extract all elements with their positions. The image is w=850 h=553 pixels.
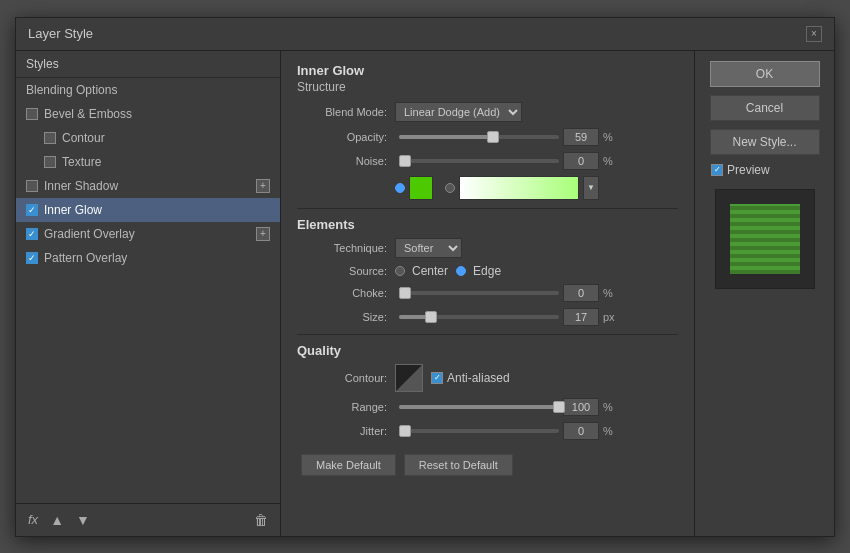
jitter-input[interactable] [563,422,599,440]
opacity-slider-track[interactable] [399,135,559,139]
anti-aliased-checkbox[interactable]: ✓ [431,372,443,384]
choke-unit: % [603,287,613,299]
opacity-input[interactable] [563,128,599,146]
gradient-radio[interactable] [445,183,455,193]
gradient-bar[interactable] [459,176,579,200]
new-style-button[interactable]: New Style... [710,129,820,155]
noise-slider-thumb[interactable] [399,155,411,167]
range-slider-thumb[interactable] [553,401,565,413]
choke-slider-track[interactable] [399,291,559,295]
sidebar-item-inner-shadow[interactable]: Inner Shadow + [16,174,280,198]
color-radio[interactable] [395,183,405,193]
sidebar-item-bevel-emboss[interactable]: Bevel & Emboss [16,102,280,126]
range-unit: % [603,401,613,413]
color-row: ▼ [297,176,678,200]
choke-slider-thumb[interactable] [399,287,411,299]
jitter-slider-thumb[interactable] [399,425,411,437]
texture-label: Texture [62,155,101,169]
noise-unit: % [603,155,613,167]
contour-checkbox[interactable] [44,132,56,144]
technique-label: Technique: [297,242,387,254]
size-label: Size: [297,311,387,323]
sidebar-item-pattern-overlay[interactable]: ✓ Pattern Overlay [16,246,280,270]
blend-mode-select[interactable]: Linear Dodge (Add) Normal Multiply Scree… [395,102,522,122]
delete-button[interactable]: 🗑 [252,510,270,530]
size-slider-track[interactable] [399,315,559,319]
inner-shadow-add-btn[interactable]: + [256,179,270,193]
make-default-button[interactable]: Make Default [301,454,396,476]
opacity-slider-fill [399,135,493,139]
texture-checkbox[interactable] [44,156,56,168]
footer-buttons: Make Default Reset to Default [297,454,678,476]
sidebar-item-contour[interactable]: Contour [16,126,280,150]
quality-title: Quality [297,343,678,358]
choke-label: Choke: [297,287,387,299]
close-button[interactable]: × [806,26,822,42]
noise-slider-track[interactable] [399,159,559,163]
ok-button[interactable]: OK [710,61,820,87]
pattern-overlay-checkbox[interactable]: ✓ [26,252,38,264]
noise-input[interactable] [563,152,599,170]
range-input[interactable] [563,398,599,416]
inner-shadow-label: Inner Shadow [44,179,118,193]
inner-glow-label: Inner Glow [44,203,102,217]
opacity-row: Opacity: % [297,128,678,146]
inner-shadow-checkbox[interactable] [26,180,38,192]
divider-1 [297,208,678,209]
technique-row: Technique: Softer Precise [297,238,678,258]
anti-aliased-label: Anti-aliased [447,371,510,385]
source-radio-group: Center Edge [395,264,501,278]
sidebar-item-blending-options[interactable]: Blending Options [16,78,280,102]
sidebar-item-texture[interactable]: Texture [16,150,280,174]
elements-title: Elements [297,217,678,232]
size-unit: px [603,311,615,323]
noise-row: Noise: % [297,152,678,170]
gradient-overlay-label: Gradient Overlay [44,227,135,241]
blend-mode-row: Blend Mode: Linear Dodge (Add) Normal Mu… [297,102,678,122]
left-panel: Styles Blending Options Bevel & Emboss C… [16,51,281,536]
gradient-overlay-checkbox[interactable]: ✓ [26,228,38,240]
gradient-overlay-add-btn[interactable]: + [256,227,270,241]
noise-label: Noise: [297,155,387,167]
styles-label: Styles [26,57,59,71]
bevel-emboss-checkbox[interactable] [26,108,38,120]
blending-options-label: Blending Options [26,83,117,97]
contour-thumb[interactable] [395,364,423,392]
range-slider-track[interactable] [399,405,559,409]
source-edge-option[interactable]: Edge [456,264,501,278]
sidebar-item-inner-glow[interactable]: ✓ Inner Glow [16,198,280,222]
cancel-button[interactable]: Cancel [710,95,820,121]
move-up-button[interactable]: ▲ [48,510,66,530]
opacity-slider-thumb[interactable] [487,131,499,143]
contour-row: Contour: ✓ Anti-aliased [297,364,678,392]
gradient-dropdown[interactable]: ▼ [583,176,599,200]
sidebar-item-gradient-overlay[interactable]: ✓ Gradient Overlay + [16,222,280,246]
fx-button[interactable]: fx [26,510,40,529]
size-slider-thumb[interactable] [425,311,437,323]
choke-input[interactable] [563,284,599,302]
right-panel: OK Cancel New Style... ✓ Preview [694,51,834,536]
reset-default-button[interactable]: Reset to Default [404,454,513,476]
source-edge-radio[interactable] [456,266,466,276]
color-swatch[interactable] [409,176,433,200]
source-center-radio[interactable] [395,266,405,276]
source-center-option[interactable]: Center [395,264,448,278]
technique-select[interactable]: Softer Precise [395,238,462,258]
preview-label-row: ✓ Preview [711,163,770,177]
dialog-title: Layer Style [28,26,93,41]
bevel-emboss-label: Bevel & Emboss [44,107,132,121]
range-row: Range: % [297,398,678,416]
jitter-label: Jitter: [297,425,387,437]
opacity-unit: % [603,131,613,143]
source-label: Source: [297,265,387,277]
source-center-label: Center [412,264,448,278]
preview-checkbox[interactable]: ✓ [711,164,723,176]
jitter-slider-track[interactable] [399,429,559,433]
main-panel: Inner Glow Structure Blend Mode: Linear … [281,51,694,536]
size-input[interactable] [563,308,599,326]
jitter-row: Jitter: % [297,422,678,440]
move-down-button[interactable]: ▼ [74,510,92,530]
preview-inner-image [729,203,801,275]
anti-aliased-checkbox-wrapper[interactable]: ✓ Anti-aliased [431,371,510,385]
inner-glow-checkbox[interactable]: ✓ [26,204,38,216]
